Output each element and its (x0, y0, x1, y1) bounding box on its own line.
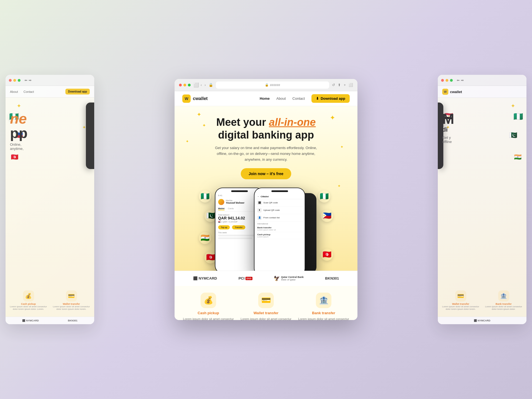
add-tab-icon[interactable]: + (344, 83, 346, 87)
flag-tunisia-right: 🇹🇳 (321, 249, 333, 261)
wallet-transfer-icon: 💳 (261, 296, 271, 305)
upload-qr-label[interactable]: Upload QR code (264, 209, 280, 211)
tab-cards[interactable]: Cards (228, 207, 234, 210)
left-dot-yellow (13, 79, 16, 82)
topup-button[interactable]: Top up (218, 225, 230, 229)
right-logo-icon: W (442, 89, 448, 95)
right-content: ✦ ✦ M di Get y offline 🇳🇬 🇪🇬 🇵🇰 🇮🇳 ⬛ NYM… (438, 98, 526, 324)
extensions-icon[interactable]: ⬜ (349, 83, 353, 87)
qr-item-upload: ⬆ Upload QR code (255, 207, 305, 214)
left-orange-text: ne (10, 111, 90, 126)
left-partner-nymcard: ⬛ NYMCARD (22, 319, 39, 322)
user-greeting: Marhba (226, 200, 244, 201)
left-sub1: Online, (10, 142, 90, 147)
feature-bank-transfer: 🏦 Bank transfer Lorem ipsum dolor sit am… (298, 293, 350, 320)
nav-about[interactable]: About (276, 96, 286, 101)
cash-pickup-title[interactable]: Cash pickup (257, 233, 302, 236)
wallet-transfer-title: Wallet transfer (240, 311, 292, 315)
nav-back[interactable]: ‹ (201, 83, 202, 87)
left-contact-link[interactable]: Contact (24, 90, 34, 93)
contact-label[interactable]: From contact list (264, 216, 280, 219)
right-wallet-icon: 💳 (455, 290, 466, 301)
left-flag-tunisia: 🇹🇳 (10, 152, 19, 162)
download-label: Download app (321, 96, 345, 101)
left-feature-wallet: 💳 Wallet transfer Lorem ipsum dolor sit … (51, 290, 91, 310)
user-avatar (218, 199, 224, 205)
international-label: International (255, 222, 305, 225)
qcb-sub: State of Qatar (281, 278, 304, 281)
qr-item-contact: 👤 From contact list (255, 214, 305, 222)
partner-nymcard: ⬛ NYMCARD (193, 276, 217, 280)
right-browser-bar: ⬅ ➡ (438, 75, 526, 86)
left-dot-red (9, 79, 12, 82)
bank-transfer-title[interactable]: Bank transfer (257, 226, 302, 229)
cash-pickup-title-main: Cash pickup (182, 311, 234, 315)
nav-forward[interactable]: › (204, 83, 206, 87)
exchange-rate: 1 QAR = 0.25 EGP (221, 221, 237, 223)
partner-bkn: BKN301 (325, 276, 339, 280)
left-wallet-desc: Lorem ipsum dolor sit amet consectur dol… (51, 305, 91, 310)
right-features: 💳 Wallet transfer Lorem ipsum dolor sit … (441, 290, 524, 310)
main-browser-window: ⬜ ‹ › 🔒 🔒 ###### ↺ ⬆ + ⬜ W cwallet Home … (175, 79, 357, 320)
download-app-button[interactable]: ⬇ Download app (311, 94, 350, 103)
qr-item-scan: ⬛ Scan QR code (255, 199, 305, 207)
scan-qr-label[interactable]: Scan QR code (264, 201, 278, 204)
right-sub2: offline (442, 140, 522, 144)
features-section: 💰 Cash pickup Lorem ipsum dolor sit amet… (175, 286, 357, 320)
refresh-icon[interactable]: ↺ (332, 83, 335, 87)
left-partner-bkn: BKN301 (68, 319, 78, 322)
left-dot-green (18, 79, 21, 82)
phone-qr: ← CWallet ⬛ Scan QR code ⬆ Upload QR cod… (254, 188, 305, 271)
partners-strip: ⬛ NYMCARD PCI DSS 🦅 Qatar Central Bank S… (175, 271, 357, 286)
dot-green (188, 84, 191, 86)
nav-links: Home About Contact (260, 96, 305, 101)
left-hero-text: ne pp Online, anytime, (10, 103, 90, 151)
logo-char: W (185, 96, 188, 101)
right-bank-desc: Lorem ipsum dolor sit amet consectur dol… (484, 305, 524, 310)
flag-eg: 🇪🇬 (218, 221, 221, 223)
phone-wallet-notch (231, 190, 248, 192)
right-navbar: W cwallet (438, 86, 526, 98)
logo-mark: W (182, 94, 191, 103)
privacy-icon: 🔒 (209, 83, 213, 87)
share-icon[interactable]: ⬆ (338, 83, 341, 87)
traffic-lights (179, 84, 191, 86)
nav-home[interactable]: Home (260, 96, 270, 101)
download-icon: ⬇ (316, 96, 319, 101)
address-bar[interactable]: 🔒 ###### (216, 81, 329, 89)
left-browser-bar: ⬅ ➡ (6, 75, 94, 86)
bank-transfer-icon: 🏦 (319, 296, 329, 305)
wallet-transfer-icon-wrap: 💳 (258, 293, 274, 308)
tab-wallet[interactable]: Wallet (218, 207, 224, 210)
hero-title-part1: Meet your (216, 116, 269, 128)
right-dot-green (450, 79, 453, 82)
hero-text: Meet your all-in-one digital banking app… (182, 116, 350, 188)
transfer-button[interactable]: Transfer (232, 225, 245, 229)
phone-qr-screen: ← CWallet ⬛ Scan QR code ⬆ Upload QR cod… (255, 188, 305, 271)
left-traffic-lights (9, 79, 21, 82)
cash-pickup-icon-wrap: 💰 (201, 293, 216, 308)
right-logo-text: cwallet (450, 90, 462, 94)
right-hero-text: M di Get y offline (442, 103, 522, 144)
left-side-panel: ⬅ ➡ About Contact Download app ✦ ✦ ne pp… (6, 75, 94, 324)
right-side-panel: ⬅ ➡ W cwallet ✦ ✦ M di Get y offline 🇳🇬 … (438, 75, 526, 324)
btn-window-mode[interactable]: ⬜ (193, 82, 198, 88)
left-content: ✦ ✦ ne pp Online, anytime, 🇳🇬 🇵🇭 🇹🇳 ⬛ NY… (6, 98, 94, 324)
right-partners: ⬛ NYMCARD (438, 317, 526, 324)
cash-pickup-desc-main: Lorem ipsum dolor sit amet consectur dol… (182, 317, 234, 320)
left-wallet-icon: 💳 (66, 290, 77, 301)
phone-qr-notch (271, 190, 288, 192)
left-download-button[interactable]: Download app (65, 89, 90, 94)
right-bank-title: Bank transfer (484, 303, 524, 305)
phone-area: 9:41 ●●● Marhba Youssef Bsheer Wallet Ca… (182, 188, 350, 271)
left-feature-cash: 💰 Cash pickup Lorem ipsum dolor sit amet… (8, 290, 48, 310)
left-navbar: About Contact Download app (6, 86, 94, 98)
left-about-link[interactable]: About (10, 90, 18, 93)
left-cash-title: Cash pickup (8, 303, 48, 305)
left-wallet-title: Wallet transfer (51, 303, 91, 305)
right-wallet-title: Wallet transfer (441, 303, 481, 305)
nav-contact[interactable]: Contact (292, 96, 305, 101)
cta-button[interactable]: Join now – it's free (241, 168, 291, 179)
user-info: Marhba Youssef Bsheer (226, 200, 244, 204)
hero-title-part2: digital banking app (218, 129, 314, 141)
